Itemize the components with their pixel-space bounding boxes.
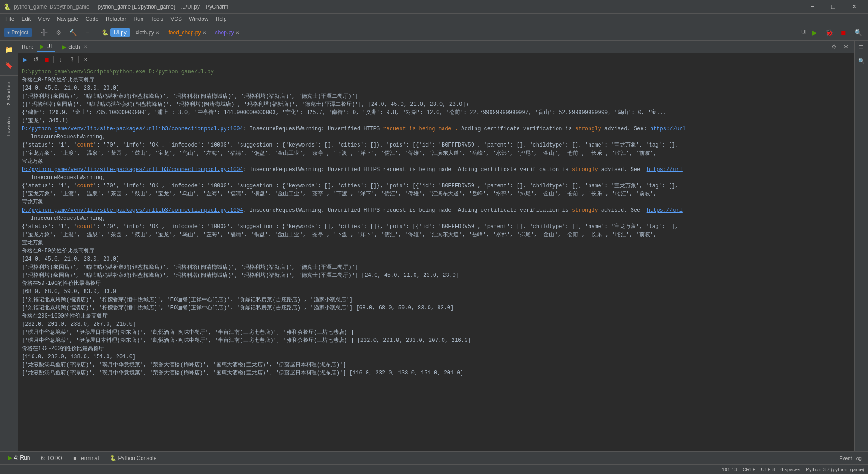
bookmarks-btn[interactable]: 🔖	[2, 58, 16, 72]
stop-button[interactable]: ◼	[837, 26, 850, 39]
fold-btn[interactable]: ⨯	[80, 55, 90, 65]
menu-run[interactable]: Run	[130, 14, 147, 24]
menu-code[interactable]: Code	[82, 14, 102, 24]
bottom-tabs: ▶ 4: Run 6: TODO ■ Terminal 🐍 Python Con…	[0, 451, 868, 464]
run-tab-ui[interactable]: ▶ UI	[37, 43, 55, 52]
tab-ui-py[interactable]: UI.py	[110, 28, 130, 37]
structure-label[interactable]: 2: Structure	[5, 78, 12, 109]
right-btn-1[interactable]: ☰	[857, 43, 867, 52]
settings-button[interactable]: ⚙	[52, 26, 65, 39]
menu-window[interactable]: Window	[185, 14, 212, 24]
output-data-5: ('宝龙', 345.1)	[22, 117, 851, 125]
menu-refactor[interactable]: Refactor	[102, 14, 130, 24]
python-version[interactable]: Python 3.7 (python_game)	[806, 467, 864, 472]
output-name-1: 宝龙万象	[22, 157, 851, 166]
run-label: Run:	[22, 44, 33, 50]
output-data-1: [24.0, 45.0, 21.0, 23.0, 23.0]	[22, 84, 851, 92]
project-label[interactable]: ▾ Project	[4, 28, 32, 37]
tab-food-shop-py[interactable]: food_shop.py ✕	[165, 28, 209, 37]
maximize-button[interactable]: □	[823, 0, 844, 14]
output-warning-1-indent: InsecureRequestWarning,	[22, 133, 851, 141]
run-close-btn[interactable]: ✕	[841, 42, 851, 52]
todo-tab-text: 6: TODO	[41, 455, 62, 461]
menu-help[interactable]: Help	[212, 14, 231, 24]
run-play-btn[interactable]: ▶	[20, 55, 30, 65]
warning-link-1[interactable]: D:/python_game/venv/lib/site-packages/ur…	[22, 126, 243, 132]
favorites-label[interactable]: Favorites	[5, 114, 12, 139]
menu-navigate[interactable]: Navigate	[53, 14, 82, 24]
build-button[interactable]: 🔨	[67, 26, 80, 39]
output-areas-2: ['宝龙万象', '上渡', '温泉', '茶园', '鼓山', '宝龙', '…	[22, 190, 851, 198]
output-areas-3: ['宝龙万象', '上渡', '温泉', '茶园', '鼓山', '宝龙', '…	[22, 231, 851, 239]
run-icon: ▶	[40, 43, 44, 50]
tab-python-console[interactable]: 🐍 Python Console	[105, 452, 161, 465]
strongly-text-3: strongly	[572, 207, 598, 213]
terminal-tab-text: Terminal	[78, 455, 99, 461]
menu-vcs[interactable]: VCS	[167, 14, 185, 24]
output-data-15: [116.0, 232.0, 138.0, 151.0, 201.0]	[22, 353, 851, 361]
run-cloth-icon: ▶	[62, 44, 66, 50]
toolbar-sep-2	[97, 28, 97, 37]
run-tab-cloth[interactable]: ▶ cloth ✕	[59, 43, 90, 51]
project-view-btn[interactable]: 📁	[2, 43, 16, 57]
run-cloth-label: cloth	[68, 44, 80, 50]
right-sidebar: ☰ 🔍	[854, 41, 868, 451]
event-log-btn[interactable]: Event Log	[836, 453, 864, 463]
run-config-label: UI	[801, 29, 807, 36]
menu-edit[interactable]: Edit	[18, 14, 34, 24]
warning-link-3[interactable]: D:/python_game/venv/lib/site-packages/ur…	[22, 207, 243, 213]
strongly-text-1: strongly	[575, 126, 601, 132]
minimize-button[interactable]: −	[802, 0, 823, 14]
run-output-area[interactable]: D:\python_game\venv\Scripts\python.exe D…	[18, 66, 854, 451]
run-rerun-btn[interactable]: ↺	[31, 55, 41, 65]
run-cloth-close[interactable]: ✕	[84, 44, 87, 49]
tab-cloth-py[interactable]: cloth.py ✕	[132, 28, 163, 37]
tab-todo[interactable]: 6: TODO	[36, 452, 67, 465]
statusbar: 191:13 CRLF UTF-8 4 spaces Python 3.7 (p…	[0, 464, 868, 474]
right-btn-2[interactable]: 🔍	[857, 56, 867, 66]
scroll-end-btn[interactable]: ↓	[56, 55, 66, 65]
encoding[interactable]: UTF-8	[761, 467, 775, 472]
indent-info[interactable]: 4 spaces	[780, 467, 800, 472]
menu-file[interactable]: File	[2, 14, 18, 24]
run-settings-btn[interactable]: ⚙	[829, 42, 839, 52]
output-header-1: 价格在0~50的性价比最高餐厅	[22, 76, 851, 84]
close-button[interactable]: ✕	[844, 0, 864, 14]
window-controls: − □ ✕	[802, 0, 864, 14]
toolbar: ▾ Project ➕ ⚙ 🔨 − 🐍 UI.py cloth.py ✕ foo…	[0, 24, 868, 41]
tab-terminal[interactable]: ■ Terminal	[69, 452, 104, 465]
add-button[interactable]: ➕	[38, 26, 51, 39]
request-text-1: request is being made .	[383, 126, 458, 132]
see-link-3[interactable]: https://url	[647, 207, 683, 213]
menu-view[interactable]: View	[34, 14, 53, 24]
output-areas-1: ['宝龙万象', '上渡', '温泉', '茶园', '鼓山', '宝龙', '…	[22, 149, 851, 157]
tab-run[interactable]: ▶ 4: Run	[4, 452, 34, 465]
file-path: D:/python_game	[50, 4, 90, 10]
strongly-text-2: strongly	[572, 166, 598, 173]
menu-tools[interactable]: Tools	[147, 14, 167, 24]
see-link-1[interactable]: https://url	[650, 126, 686, 132]
titlebar-left: 🐍 python_game D:/python_game – python_ga…	[4, 3, 228, 10]
vertical-sidebar: 📁 🔖 2: Structure Favorites	[0, 41, 18, 451]
output-data-13: ['璞月中华意境菜', '伊藤屋日本料理(湖东店)', '凯悦酒店·闽味中餐厅'…	[22, 328, 851, 337]
line-separator[interactable]: CRLF	[742, 467, 755, 472]
output-header-4: 价格在200~1000的性价比最高餐厅	[22, 312, 851, 320]
output-data-12: [232.0, 201.0, 233.0, 207.0, 216.0]	[22, 320, 851, 328]
run-stop-btn[interactable]: ◼	[42, 55, 52, 65]
print-btn[interactable]: 🖨	[66, 55, 76, 65]
output-header-2: 价格在0~50的性价比最高餐厅	[22, 247, 851, 255]
search-button[interactable]: 🔍	[852, 26, 864, 39]
tab-shop-py[interactable]: shop.py ✕	[212, 28, 243, 37]
run-button[interactable]: ▶	[808, 26, 821, 39]
warning-link-2[interactable]: D:/python_game/venv/lib/site-packages/ur…	[22, 166, 243, 173]
cursor-position: 191:13	[722, 467, 737, 472]
debug-button[interactable]: 🐞	[823, 26, 835, 39]
minus-button[interactable]: −	[81, 26, 94, 39]
run-tab-label: UI	[46, 43, 52, 50]
statusbar-right: 191:13 CRLF UTF-8 4 spaces Python 3.7 (p…	[722, 467, 864, 472]
titlebar: 🐍 python_game D:/python_game – python_ga…	[0, 0, 868, 14]
run-output-toolbar: ▶ ↺ ◼ ↓ 🖨 ⨯	[18, 53, 854, 66]
terminal-icon: ■	[73, 455, 76, 461]
output-warning-3-indent: InsecureRequestWarning,	[22, 214, 851, 223]
see-link-2[interactable]: https://url	[647, 166, 683, 173]
